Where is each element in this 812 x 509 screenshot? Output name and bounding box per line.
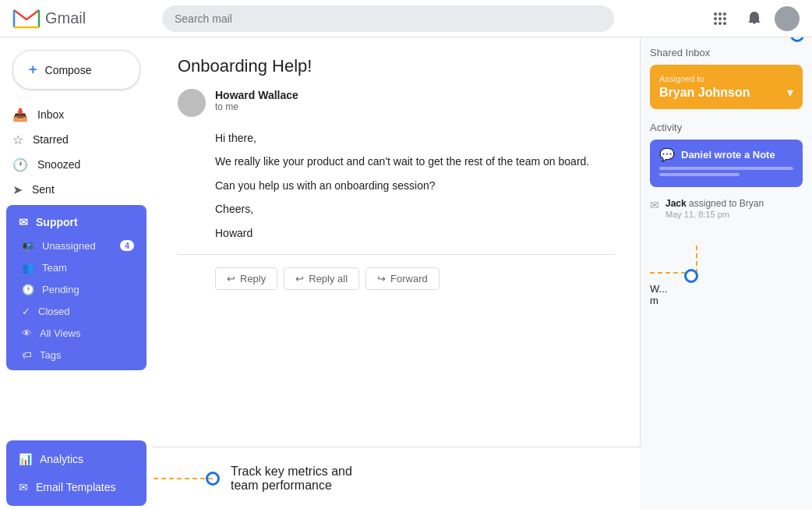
- inbox-icon: 📥: [12, 108, 28, 122]
- email-subject: Onboarding Help!: [178, 56, 615, 76]
- forward-button[interactable]: ↪ Forward: [365, 267, 440, 290]
- bottom-section: 📊 Analytics ✉ Email Templates: [6, 440, 147, 506]
- email-body: Hi there, We really like your product an…: [178, 129, 615, 242]
- closed-label: Closed: [38, 306, 69, 317]
- gmail-wordmark: Gmail: [45, 9, 86, 27]
- right-panel: Shared Inbox Assigned to Bryan Johnson ▾…: [641, 37, 812, 509]
- callout-line1: Track key metrics and: [231, 465, 352, 479]
- assign-author: Jack: [665, 198, 687, 209]
- search-input[interactable]: [162, 5, 614, 32]
- note-line-1: [659, 167, 793, 170]
- starred-icon: ☆: [12, 133, 23, 147]
- activity-section: Activity 💬 Daniel wrote a Note ✉ Jack as…: [650, 122, 803, 306]
- sidebar-item-email-templates[interactable]: ✉ Email Templates: [6, 473, 147, 501]
- sender-info: Howard Wallace to me: [215, 89, 615, 112]
- note-header: 💬 Daniel wrote a Note: [659, 147, 793, 162]
- reply-all-button[interactable]: ↩ Reply all: [284, 267, 359, 290]
- sidebar-item-unassigned[interactable]: 📭 Unassigned 4: [6, 235, 147, 256]
- svg-point-4: [718, 17, 722, 20]
- reply-button[interactable]: ↩ Reply: [215, 267, 277, 290]
- note-icon: 💬: [659, 147, 675, 162]
- sidebar-item-pending[interactable]: 🕐 Pending: [6, 278, 147, 300]
- email-body-greeting: Hi there,: [215, 129, 615, 147]
- email-body-cheers: Cheers,: [215, 200, 615, 217]
- shared-inbox-label: Shared Inbox: [650, 47, 803, 58]
- sender-to: to me: [215, 101, 615, 112]
- support-header[interactable]: ✉ Support: [6, 210, 147, 235]
- assign-suffix: assigned to Bryan: [687, 198, 764, 209]
- assign-info: Jack assigned to Bryan May 11, 8:15 pm: [665, 198, 764, 219]
- pending-icon: 🕐: [22, 284, 34, 295]
- svg-point-3: [714, 17, 717, 20]
- forward-icon: ↪: [377, 273, 386, 285]
- sidebar-item-starred[interactable]: ☆ Starred: [0, 127, 140, 152]
- pending-label: Pending: [42, 284, 79, 295]
- sidebar-item-inbox[interactable]: 📥 Inbox: [0, 102, 140, 127]
- unassigned-label: Unassigned: [42, 240, 96, 252]
- support-label: Support: [36, 216, 78, 228]
- top-icons: [706, 5, 800, 33]
- callout-area: Track key metrics and team performance: [153, 447, 641, 509]
- all-views-label: All Views: [40, 327, 81, 339]
- support-icon: ✉: [19, 216, 28, 228]
- reply-buttons: ↩ Reply ↩ Reply all ↪ Forward: [178, 267, 615, 290]
- all-views-icon: 👁: [22, 327, 32, 339]
- analytics-icon: 📊: [19, 453, 32, 465]
- sidebar-item-all-views[interactable]: 👁 All Views: [6, 322, 147, 344]
- apps-icon[interactable]: [706, 5, 734, 33]
- closed-icon: ✓: [22, 306, 30, 317]
- compose-plus-icon: +: [29, 62, 37, 78]
- bell-icon[interactable]: [740, 5, 768, 33]
- svg-point-7: [718, 22, 722, 25]
- callout-line2: team performance: [231, 479, 352, 493]
- team-icon: 👥: [22, 262, 34, 274]
- sidebar-item-sent[interactable]: ➤ Sent: [0, 177, 140, 202]
- main-layout: + Compose 📥 Inbox ☆ Starred 🕐 Snoozed ➤ …: [0, 37, 812, 509]
- analytics-label: Analytics: [40, 453, 83, 465]
- bottom-annotation-dot: [684, 269, 698, 283]
- user-avatar[interactable]: [775, 6, 800, 31]
- sidebar-item-snoozed[interactable]: 🕐 Snoozed: [0, 152, 140, 177]
- sidebar-item-analytics[interactable]: 📊 Analytics: [6, 445, 147, 473]
- sidebar: + Compose 📥 Inbox ☆ Starred 🕐 Snoozed ➤ …: [0, 37, 153, 509]
- sidebar-item-closed[interactable]: ✓ Closed: [6, 300, 147, 322]
- sender-avatar: [178, 89, 206, 117]
- svg-point-0: [714, 12, 717, 16]
- tags-label: Tags: [40, 349, 61, 361]
- note-text: Daniel wrote a Note: [681, 149, 775, 161]
- unassigned-badge: 4: [120, 240, 134, 251]
- email-body-name: Howard: [215, 224, 615, 242]
- snoozed-icon: 🕐: [12, 157, 28, 172]
- svg-point-6: [714, 22, 717, 25]
- email-templates-label: Email Templates: [36, 481, 115, 493]
- assign-text: Jack assigned to Bryan: [665, 198, 764, 209]
- support-section: ✉ Support 📭 Unassigned 4 👥 Team 🕐 Pendin…: [6, 205, 147, 370]
- top-annotation-dot: [790, 37, 804, 42]
- assign-time: May 11, 8:15 pm: [665, 210, 764, 219]
- email-header: Howard Wallace to me: [178, 89, 615, 117]
- assigned-to-label: Assigned to: [659, 74, 793, 83]
- activity-assign: ✉ Jack assigned to Bryan May 11, 8:15 pm: [650, 193, 803, 224]
- annotation-line: [153, 447, 641, 509]
- email-templates-icon: ✉: [19, 481, 28, 493]
- bottom-annotation: [650, 230, 803, 277]
- compose-label: Compose: [45, 64, 92, 76]
- svg-point-2: [723, 12, 726, 16]
- reply-icon: ↩: [227, 273, 235, 285]
- sidebar-item-team[interactable]: 👥 Team: [6, 256, 147, 278]
- unassigned-icon: 📭: [22, 240, 34, 252]
- sent-icon: ➤: [12, 182, 23, 197]
- sent-label: Sent: [32, 183, 55, 196]
- sidebar-item-tags[interactable]: 🏷 Tags: [6, 344, 147, 366]
- assigned-box[interactable]: Assigned to Bryan Johnson ▾: [650, 65, 803, 109]
- email-divider: [178, 254, 615, 255]
- email-body-line3: Can you help us with an onboarding sessi…: [215, 177, 615, 194]
- compose-button[interactable]: + Compose: [12, 50, 140, 90]
- gmail-logo: Gmail: [12, 9, 153, 29]
- starred-label: Starred: [33, 133, 69, 146]
- callout-text: Track key metrics and team performance: [231, 465, 352, 493]
- assigned-name: Bryan Johnson: [659, 86, 750, 100]
- inbox-label: Inbox: [37, 108, 64, 121]
- annotation-dot: [206, 472, 220, 486]
- top-bar: Gmail: [0, 0, 812, 37]
